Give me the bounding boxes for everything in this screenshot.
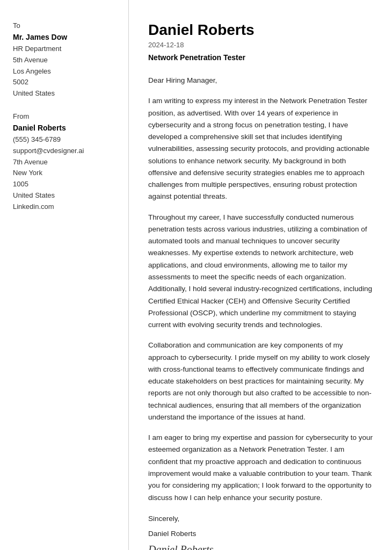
letter-paragraph-4: I am eager to bring my expertise and pas… — [148, 432, 373, 504]
letter-closing-word: Sincerely, — [148, 512, 373, 525]
recipient-department: HR Department — [13, 44, 115, 55]
letter-paragraph-2: Throughout my career, I have successfull… — [148, 212, 373, 331]
letter-signature-cursive: Daniel Roberts — [148, 544, 373, 550]
sender-phone: (555) 345-6789 — [13, 134, 115, 146]
letter-paragraph-1: I am writing to express my interest in t… — [148, 95, 373, 202]
sender-country: United States — [13, 190, 115, 201]
recipient-street: 5th Avenue — [13, 55, 115, 66]
sidebar: To Mr. James Dow HR Department 5th Avenu… — [0, 0, 129, 550]
sender-city: New York — [13, 168, 115, 179]
to-section: To Mr. James Dow HR Department 5th Avenu… — [13, 21, 115, 99]
to-label: To — [13, 21, 115, 30]
letter-name: Daniel Roberts — [148, 21, 373, 39]
letter-greeting: Dear Hiring Manager, — [148, 75, 373, 86]
letter-closing-name: Daniel Roberts — [148, 527, 373, 540]
recipient-country: United States — [13, 88, 115, 99]
letter-closing: Sincerely, Daniel Roberts — [148, 512, 373, 541]
letter-paragraph-3: Collaboration and communication are key … — [148, 339, 373, 423]
from-label: From — [13, 112, 115, 120]
sender-zip: 1005 — [13, 179, 115, 190]
from-section: From Daniel Roberts (555) 345-6789 suppo… — [13, 112, 115, 213]
letter-body: Dear Hiring Manager, I am writing to exp… — [148, 75, 373, 504]
letter-date: 2024-12-18 — [148, 41, 373, 49]
letter-job-title: Network Penetration Tester — [148, 53, 373, 62]
recipient-zip: 5002 — [13, 77, 115, 88]
main-content: Daniel Roberts 2024-12-18 Network Penetr… — [129, 0, 392, 550]
sender-name: Daniel Roberts — [13, 124, 115, 132]
sender-street: 7th Avenue — [13, 157, 115, 168]
sender-email: support@cvdesigner.ai — [13, 146, 115, 157]
recipient-city: Los Angeles — [13, 66, 115, 77]
sender-website: Linkedin.com — [13, 201, 115, 213]
cover-letter-page: To Mr. James Dow HR Department 5th Avenu… — [0, 0, 392, 550]
recipient-name: Mr. James Dow — [13, 33, 115, 41]
